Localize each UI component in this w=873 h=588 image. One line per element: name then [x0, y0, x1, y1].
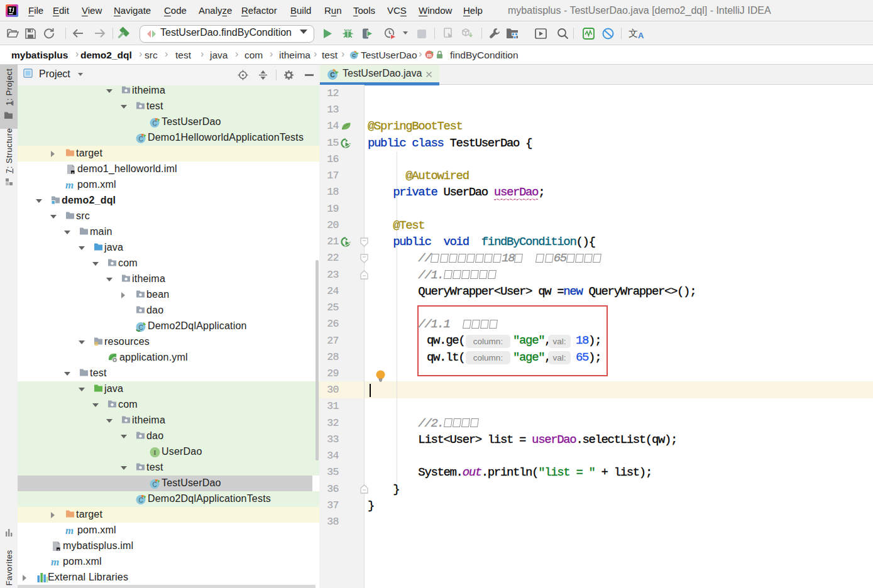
svg-text:C: C [352, 53, 356, 58]
svg-text:m: m [65, 525, 74, 536]
svg-text:C: C [152, 120, 156, 127]
svg-text:C: C [138, 497, 143, 504]
svg-text:m: m [51, 557, 59, 567]
svg-text:C: C [138, 324, 143, 331]
svg-text:I: I [153, 449, 156, 456]
svg-text:m: m [427, 52, 432, 58]
svg-text:m: m [65, 180, 74, 190]
svg-text:C: C [152, 481, 156, 488]
svg-text:C: C [138, 136, 143, 143]
svg-text:C: C [330, 71, 335, 79]
